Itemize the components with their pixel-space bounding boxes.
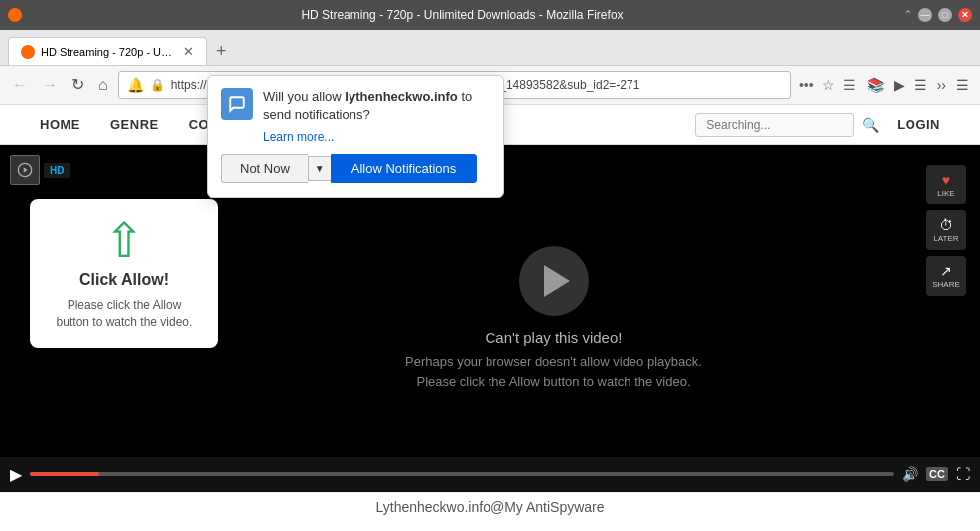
notification-popup: Will you allow lythenheckwo.info to send… (207, 75, 504, 198)
nav-genre[interactable]: GENRE (110, 117, 159, 132)
maximize-button[interactable]: □ (938, 8, 952, 22)
reader-button[interactable]: ☰ (841, 75, 858, 95)
reload-button[interactable]: ↻ (68, 73, 88, 96)
click-allow-box: ⇧ Click Allow! Please click the Allow bu… (30, 199, 218, 348)
later-label: LATER (933, 234, 958, 243)
not-now-wrap: Not Now ▼ (221, 154, 331, 183)
not-now-dropdown-button[interactable]: ▼ (308, 156, 331, 181)
panel-button[interactable]: ☰ (911, 74, 930, 96)
firefox-icon (8, 8, 22, 22)
address-actions: ••• ☆ ☰ (797, 75, 858, 95)
toolbar-right: 📚 ▶ ☰ ›› ☰ (864, 74, 972, 96)
cc-button[interactable]: CC (926, 467, 948, 481)
like-label: LIKE (937, 189, 954, 198)
overflow-button[interactable]: ›› (934, 74, 949, 96)
expand-icon: ⌃ (903, 8, 912, 22)
minimize-button[interactable]: — (918, 8, 932, 22)
new-tab-button[interactable]: + (210, 37, 233, 65)
play-triangle-icon (544, 265, 570, 297)
share-icon: ↗ (940, 263, 952, 279)
notif-header: Will you allow lythenheckwo.info to send… (221, 88, 490, 124)
site-footer: Lythenheckwo.info@My AntiSpyware (0, 492, 980, 521)
active-tab[interactable]: HD Streaming - 720p - Uni... ✕ (8, 37, 207, 65)
cant-play-title: Can't play this video! (395, 330, 713, 346)
back-button[interactable]: ← (8, 74, 32, 96)
svg-marker-1 (24, 167, 28, 172)
up-arrow-icon: ⇧ (50, 217, 199, 265)
not-now-button[interactable]: Not Now (221, 154, 308, 183)
video-right-controls: ♥ LIKE ⏱ LATER ↗ SHARE (926, 165, 966, 296)
footer-text: Lythenheckwo.info@My AntiSpyware (375, 499, 604, 515)
share-label: SHARE (932, 280, 960, 289)
window-controls: ⌃ — □ ✕ (903, 8, 972, 22)
later-button[interactable]: ⏱ LATER (926, 210, 966, 250)
notif-text: Will you allow lythenheckwo.info to send… (263, 88, 490, 124)
click-allow-title: Click Allow! (50, 271, 199, 289)
nav-home[interactable]: HOME (40, 117, 80, 132)
notification-bell-icon: 🔔 (127, 77, 144, 93)
library-button[interactable]: 📚 (864, 74, 887, 96)
lock-icon: 🔒 (150, 78, 165, 92)
notif-site: lythenheckwo.info (345, 89, 457, 104)
titlebar: HD Streaming - 720p - Unlimited Download… (0, 0, 980, 30)
search-icon[interactable]: 🔍 (862, 117, 879, 133)
login-button[interactable]: LOGIN (897, 117, 940, 132)
window-title: HD Streaming - 720p - Unlimited Download… (22, 8, 903, 22)
home-button[interactable]: ⌂ (94, 74, 112, 96)
heart-icon: ♥ (942, 172, 950, 188)
cant-play-desc: Perhaps your browser doesn't allow video… (395, 352, 713, 391)
hd-badge: HD (10, 155, 70, 185)
tab-close-button[interactable]: ✕ (183, 44, 194, 59)
menu-button[interactable]: ☰ (953, 74, 972, 96)
site-nav-search: 🔍 LOGIN (695, 113, 940, 137)
allow-notifications-button[interactable]: Allow Notifications (331, 154, 478, 183)
hd-icon (10, 155, 40, 185)
notif-icon (221, 88, 253, 120)
notif-prompt: Will you allow (263, 89, 345, 104)
video-bottom-bar: ▶ 🔊 CC ⛶ (0, 457, 980, 492)
cant-play-area: Can't play this video! Perhaps your brow… (395, 246, 713, 391)
sync-button[interactable]: ▶ (891, 74, 908, 96)
volume-button[interactable]: 🔊 (902, 466, 918, 482)
progress-fill (30, 472, 99, 476)
close-button[interactable]: ✕ (958, 8, 972, 22)
click-allow-text: Please click the Allow button to watch t… (50, 297, 199, 331)
hd-label: HD (44, 163, 70, 178)
fullscreen-button[interactable]: ⛶ (956, 466, 970, 482)
play-button[interactable]: ▶ (10, 465, 22, 484)
notif-buttons: Not Now ▼ Allow Notifications (221, 154, 490, 183)
like-button[interactable]: ♥ LIKE (926, 165, 966, 204)
progress-bar[interactable] (30, 472, 894, 476)
tab-favicon (21, 45, 35, 59)
share-button[interactable]: ↗ SHARE (926, 256, 966, 296)
forward-button[interactable]: → (38, 74, 62, 96)
clock-icon: ⏱ (939, 217, 953, 233)
titlebar-left (8, 8, 22, 22)
tab-bar: HD Streaming - 720p - Uni... ✕ + (0, 30, 980, 66)
search-input[interactable] (695, 113, 854, 137)
more-button[interactable]: ••• (797, 75, 816, 95)
play-circle-icon (519, 246, 589, 316)
learn-more-link[interactable]: Learn more... (263, 130, 490, 144)
tab-title: HD Streaming - 720p - Uni... (41, 46, 173, 58)
bookmark-button[interactable]: ☆ (820, 75, 837, 95)
